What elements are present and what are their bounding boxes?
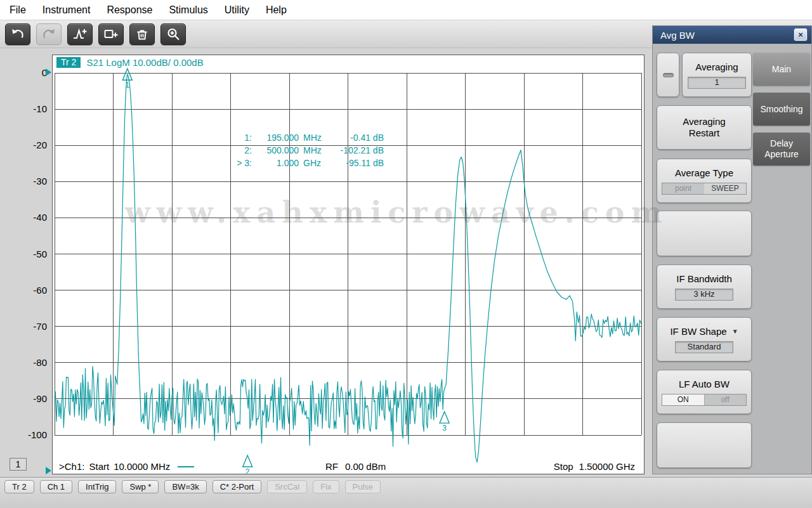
y-tick-label: -20 xyxy=(19,140,47,150)
empty-button-2 xyxy=(657,422,752,468)
delete-icon xyxy=(134,27,150,42)
status-bar: Tr 2Ch 1IntTrigSwp *BW=3kC* 2-PortSrcCal… xyxy=(0,477,812,508)
marker-id: 1: xyxy=(225,131,252,144)
averaging-label: Averaging xyxy=(695,62,738,73)
y-tick-label: -60 xyxy=(19,285,47,296)
zoom-button[interactable] xyxy=(160,23,186,45)
averaging-restart-label-line2: Restart xyxy=(689,127,719,139)
zoom-icon xyxy=(166,27,181,42)
status-button-srccal[interactable]: SrcCal xyxy=(267,480,307,493)
menu-item-response[interactable]: Response xyxy=(98,0,160,20)
averaging-toggle-led-icon xyxy=(663,73,674,77)
menu-bar: FileInstrumentResponseStimulusUtilityHel… xyxy=(0,0,812,20)
if-bandwidth-label: IF Bandwidth xyxy=(676,273,732,285)
average-type-button[interactable]: Average Type point SWEEP xyxy=(657,159,752,203)
averaging-value-field[interactable]: 1 xyxy=(688,77,746,89)
plot-area: 123 Tr 2 S21 LogM 10.00dB/ 0.00dB 1:195.… xyxy=(52,55,645,474)
start-value: 10.0000 MHz xyxy=(114,461,170,472)
y-tick-label: -80 xyxy=(19,357,47,368)
marker-readout-row: 2:500.000MHz-102.21 dB xyxy=(225,144,384,157)
status-button-fix[interactable]: Fix xyxy=(313,480,339,493)
marker-frequency: 500.000 xyxy=(252,144,299,157)
start-label: Start xyxy=(89,461,109,472)
marker-unit: MHz xyxy=(299,131,328,144)
trace-badge[interactable]: Tr 2 xyxy=(56,57,81,68)
y-tick-label: -90 xyxy=(19,393,47,404)
marker-frequency: 1.000 xyxy=(252,157,299,169)
status-button-swp-[interactable]: Swp * xyxy=(122,480,159,493)
lf-auto-bw-option-off[interactable]: off xyxy=(705,394,747,405)
menu-item-instrument[interactable]: Instrument xyxy=(34,0,99,20)
lf-auto-bw-button[interactable]: LF Auto BW ON off xyxy=(657,370,752,414)
averaging-restart-label-line1: Averaging xyxy=(683,116,725,127)
status-button-ch-1[interactable]: Ch 1 xyxy=(40,480,72,493)
trace-header: Tr 2 S21 LogM 10.00dB/ 0.00dB xyxy=(56,56,204,68)
channel-badge[interactable]: 1 xyxy=(10,458,27,471)
averaging-restart-button[interactable]: Averaging Restart xyxy=(657,105,752,150)
plot-footer: >Ch1: Start 10.0000 MHz RF 0.00 dBm Stop… xyxy=(59,461,638,474)
tab-smoothing[interactable]: Smoothing xyxy=(753,93,810,126)
empty-button-1 xyxy=(657,211,752,256)
trace-title: S21 LogM 10.00dB/ 0.00dB xyxy=(86,57,203,68)
trace-legend-dash xyxy=(178,466,194,467)
close-button[interactable]: × xyxy=(794,29,807,41)
tab-main[interactable]: Main xyxy=(753,53,810,86)
average-type-segmented[interactable]: point SWEEP xyxy=(662,183,747,195)
marker-value: -95.11 dB xyxy=(328,157,384,169)
y-tick-label: -10 xyxy=(19,103,47,114)
menu-item-file[interactable]: File xyxy=(1,0,34,20)
dropdown-arrow-icon: ▼ xyxy=(732,326,738,337)
delete-button[interactable] xyxy=(129,23,155,45)
add-channel-button[interactable] xyxy=(98,23,124,45)
undo-button[interactable] xyxy=(5,23,30,45)
average-type-option-point[interactable]: point xyxy=(662,183,704,194)
status-button-bw-3k[interactable]: BW=3k xyxy=(164,480,206,493)
rf-label: RF xyxy=(325,461,338,472)
redo-button[interactable] xyxy=(36,23,62,45)
status-button-c-2-port[interactable]: C* 2-Port xyxy=(213,480,261,493)
if-bw-shape-value-field[interactable]: Standard xyxy=(675,341,733,353)
add-trace-button[interactable] xyxy=(67,23,93,45)
y-axis-labels: 0-10-20-30-40-50-60-70-80-90-100 xyxy=(19,55,49,474)
status-bar-row: Tr 2Ch 1IntTrigSwp *BW=3kC* 2-PortSrcCal… xyxy=(0,478,812,493)
marker-readout-row: 1:195.000MHz-0.41 dB xyxy=(225,131,384,144)
if-bw-shape-label: IF BW Shape xyxy=(670,326,726,337)
y-tick-label: -100 xyxy=(19,429,47,440)
if-bw-shape-button[interactable]: IF BW Shape ▼ Standard xyxy=(657,317,752,361)
add-trace-icon xyxy=(72,27,88,42)
marker-readout: 1:195.000MHz-0.41 dB2:500.000MHz-102.21 … xyxy=(225,131,384,169)
svg-text:3: 3 xyxy=(442,424,447,433)
y-tick-label: -50 xyxy=(19,249,47,259)
undo-icon xyxy=(10,27,25,42)
average-type-label: Average Type xyxy=(675,167,733,179)
y-tick-label: 0 xyxy=(19,67,47,78)
averaging-button[interactable]: Averaging 1 xyxy=(682,53,752,97)
status-button-inttrig[interactable]: IntTrig xyxy=(78,480,116,493)
marker-unit: GHz xyxy=(299,157,328,169)
y-tick-label: -40 xyxy=(19,212,47,223)
trace-chart: 123 xyxy=(53,55,644,474)
sweep-position-arrow-icon xyxy=(46,467,51,474)
menu-item-help[interactable]: Help xyxy=(258,0,295,20)
avg-bw-panel: Avg BW × Main Smoothing Delay Aperture A… xyxy=(652,25,812,474)
averaging-toggle-button[interactable] xyxy=(657,53,679,97)
averaging-group: Averaging 1 xyxy=(657,53,752,97)
tab-delay-aperture[interactable]: Delay Aperture xyxy=(753,133,810,166)
panel-header: Avg BW × xyxy=(653,26,811,44)
menu-item-utility[interactable]: Utility xyxy=(216,0,258,20)
if-bandwidth-button[interactable]: IF Bandwidth 3 kHz xyxy=(657,264,752,309)
marker-frequency: 195.000 xyxy=(252,131,299,144)
reference-level-arrow-icon xyxy=(46,68,51,76)
average-type-option-sweep[interactable]: SWEEP xyxy=(704,183,746,194)
menu-item-stimulus[interactable]: Stimulus xyxy=(160,0,216,20)
marker-value: -102.21 dB xyxy=(328,144,384,157)
status-button-pulse[interactable]: Pulse xyxy=(345,480,381,493)
if-bandwidth-value-field[interactable]: 3 kHz xyxy=(675,289,733,301)
rf-value: 0.00 dBm xyxy=(345,461,386,472)
y-tick-label: -30 xyxy=(19,176,47,186)
channel-label: >Ch1: xyxy=(59,461,84,472)
status-button-tr-2[interactable]: Tr 2 xyxy=(4,480,34,493)
lf-auto-bw-option-on[interactable]: ON xyxy=(662,394,705,405)
lf-auto-bw-segmented[interactable]: ON off xyxy=(662,394,747,406)
marker-id: > 3: xyxy=(225,157,252,169)
